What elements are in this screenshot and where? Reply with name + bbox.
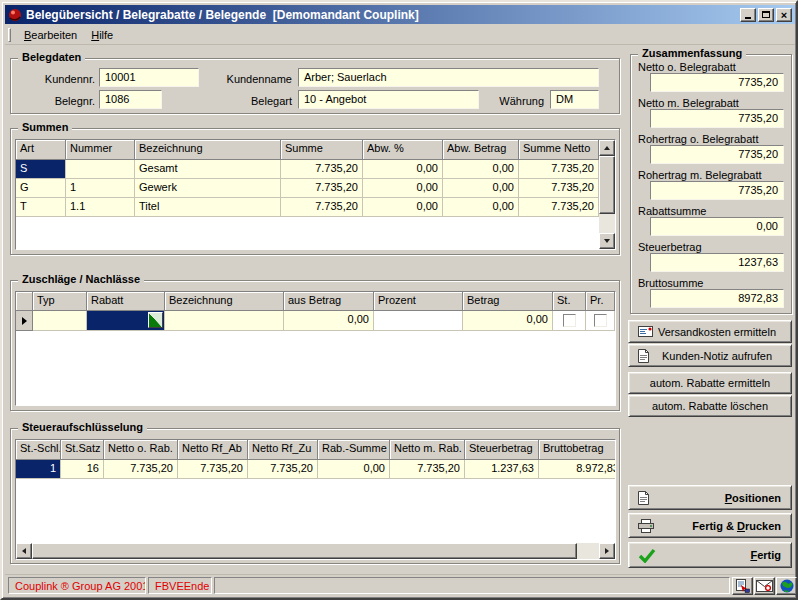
email-button[interactable] xyxy=(754,577,775,595)
minimize-button[interactable] xyxy=(740,8,756,22)
steuer-cell-rab-summe[interactable]: 0,00 xyxy=(318,460,390,479)
zuschlaege-cell-st xyxy=(553,311,586,331)
belegart-label: Belegart xyxy=(208,95,292,107)
summary-value-field[interactable]: 8972,83 xyxy=(650,289,784,308)
maximize-button[interactable] xyxy=(758,8,774,22)
rabatte-loeschen-button[interactable]: autom. Rabatte löschen xyxy=(628,395,792,417)
row-selector[interactable] xyxy=(16,311,33,331)
steuer-cell-steuerbetrag[interactable]: 1.237,63 xyxy=(465,460,539,479)
summen-cell-abw-prozent[interactable]: 0,00 xyxy=(363,160,443,179)
fertig-button[interactable]: Fertig xyxy=(628,542,792,568)
arrow-down-icon xyxy=(604,239,610,243)
title-bar[interactable]: Belegübersicht / Belegrabatte / Belegend… xyxy=(5,5,795,24)
summen-cell-nummer[interactable]: 1.1 xyxy=(66,198,135,217)
zuschlaege-cell-prozent[interactable] xyxy=(374,311,463,331)
summen-cell-art[interactable]: T xyxy=(16,198,66,217)
steuer-cell-st-schl[interactable]: 1 xyxy=(16,460,61,479)
summen-cell-summe[interactable]: 7.735,20 xyxy=(281,198,363,217)
steuer-header-bruttobetrag: Bruttobetrag xyxy=(539,440,616,460)
scroll-up-button[interactable] xyxy=(599,140,615,156)
zuschlaege-cell-bezeichnung[interactable] xyxy=(165,311,284,331)
fertig-drucken-button[interactable]: Fertig & Drucken xyxy=(628,513,792,538)
summen-cell-abw-prozent[interactable]: 0,00 xyxy=(363,179,443,198)
belegnr-field[interactable]: 1086 xyxy=(99,90,162,109)
summen-cell-summe[interactable]: 7.735,20 xyxy=(281,179,363,198)
summen-cell-summe-netto[interactable]: 7.735,20 xyxy=(519,198,599,217)
menu-item-hilfe[interactable]: Hilfe xyxy=(84,27,120,43)
zuschlaege-cell-typ[interactable] xyxy=(33,311,87,331)
steuer-header-st-schl: St.-Schl. xyxy=(16,440,61,460)
summary-value-field[interactable]: 1237,63 xyxy=(650,253,784,272)
globe-button[interactable] xyxy=(776,577,797,595)
summary-value-field[interactable]: 7735,20 xyxy=(650,73,784,92)
steuer-cell-st-satz[interactable]: 16 xyxy=(61,460,104,479)
steuer-cell-netto-o-rab[interactable]: 7.735,20 xyxy=(104,460,178,479)
summen-vertical-scrollbar[interactable] xyxy=(599,140,615,249)
summen-cell-bezeichnung[interactable]: Titel xyxy=(135,198,281,217)
table-row: T 1.1 Titel 7.735,20 0,00 0,00 7.735,20 xyxy=(16,198,615,217)
kunden-notiz-button[interactable]: Kunden-Notiz aufrufen xyxy=(628,344,792,367)
summen-cell-art[interactable]: G xyxy=(16,179,66,198)
belegart-field[interactable]: 10 - Angebot xyxy=(298,90,479,109)
dropdown-button[interactable] xyxy=(148,312,163,328)
summary-value-field[interactable]: 7735,20 xyxy=(650,181,784,200)
summary-value-field[interactable]: 7735,20 xyxy=(650,145,784,164)
summary-label: Netto m. Belegrabatt xyxy=(638,97,739,109)
kundennr-label: Kundennr. xyxy=(22,73,95,85)
summen-cell-abw-betrag[interactable]: 0,00 xyxy=(443,160,519,179)
steuer-cell-netto-rf-zu[interactable]: 7.735,20 xyxy=(248,460,318,479)
scrollbar-thumb[interactable] xyxy=(32,543,577,559)
toolbar-grip[interactable] xyxy=(8,28,11,42)
summen-cell-summe[interactable]: 7.735,20 xyxy=(281,160,363,179)
zuschlaege-cell-pr xyxy=(586,311,615,331)
steuer-header-rab-summe: Rab.-Summe xyxy=(318,440,390,460)
report-export-button[interactable] xyxy=(732,577,753,595)
scrollbar-thumb[interactable] xyxy=(599,156,615,214)
versandkosten-button[interactable]: Versandkosten ermitteln xyxy=(628,320,792,343)
summen-cell-nummer[interactable]: 1 xyxy=(66,179,135,198)
scroll-down-button[interactable] xyxy=(599,233,615,249)
close-button[interactable]: × xyxy=(776,8,792,22)
rabatte-ermitteln-button[interactable]: autom. Rabatte ermitteln xyxy=(628,372,792,394)
zuschlaege-cell-rabatt[interactable] xyxy=(87,311,165,331)
zuschlaege-header-st: St. xyxy=(553,292,586,311)
report-export-icon xyxy=(735,579,750,593)
steuer-cell-netto-m-rab[interactable]: 7.735,20 xyxy=(390,460,465,479)
summary-value-field[interactable]: 0,00 xyxy=(650,217,784,236)
summary-value-field[interactable]: 7735,20 xyxy=(650,109,784,128)
summen-cell-bezeichnung[interactable]: Gesamt xyxy=(135,160,281,179)
summen-cell-abw-betrag[interactable]: 0,00 xyxy=(443,198,519,217)
waehrung-field[interactable]: DM xyxy=(550,90,599,109)
kundenname-label: Kundenname xyxy=(208,73,292,85)
minimize-icon xyxy=(745,17,751,19)
zuschlaege-header-rabatt: Rabatt xyxy=(87,292,165,311)
zuschlaege-header-prozent: Prozent xyxy=(374,292,463,311)
close-icon: × xyxy=(781,10,787,20)
zuschlaege-header-betrag: Betrag xyxy=(463,292,553,311)
summen-cell-abw-betrag[interactable]: 0,00 xyxy=(443,179,519,198)
scroll-left-button[interactable] xyxy=(16,543,32,559)
belegdaten-group-title: Belegdaten xyxy=(18,51,85,63)
summen-cell-summe-netto[interactable]: 7.735,20 xyxy=(519,160,599,179)
row-pointer-icon xyxy=(22,317,27,325)
steuer-header-netto-rf-ab: Netto Rf_Ab xyxy=(178,440,248,460)
summen-cell-bezeichnung[interactable]: Gewerk xyxy=(135,179,281,198)
menu-item-bearbeiten[interactable]: Bearbeiten xyxy=(17,27,84,43)
summen-cell-nummer[interactable] xyxy=(66,160,135,179)
summen-cell-summe-netto[interactable]: 7.735,20 xyxy=(519,179,599,198)
pr-checkbox[interactable] xyxy=(594,314,607,327)
steuer-cell-netto-rf-ab[interactable]: 7.735,20 xyxy=(178,460,248,479)
scroll-right-button[interactable] xyxy=(599,543,615,559)
zuschlaege-cell-betrag[interactable]: 0,00 xyxy=(463,311,553,331)
steuer-horizontal-scrollbar[interactable] xyxy=(16,543,615,559)
steuer-cell-bruttobetrag[interactable]: 8.972,83 xyxy=(539,460,616,479)
note-icon xyxy=(638,349,649,363)
summen-header-nummer: Nummer xyxy=(66,140,135,160)
summen-cell-art[interactable]: S xyxy=(16,160,66,179)
kundenname-field[interactable]: Arber; Sauerlach xyxy=(298,68,599,87)
summen-cell-abw-prozent[interactable]: 0,00 xyxy=(363,198,443,217)
kundennr-field[interactable]: 10001 xyxy=(99,68,199,87)
positionen-button[interactable]: Positionen xyxy=(628,485,792,510)
st-checkbox[interactable] xyxy=(563,314,576,327)
zuschlaege-cell-aus-betrag[interactable]: 0,00 xyxy=(284,311,374,331)
